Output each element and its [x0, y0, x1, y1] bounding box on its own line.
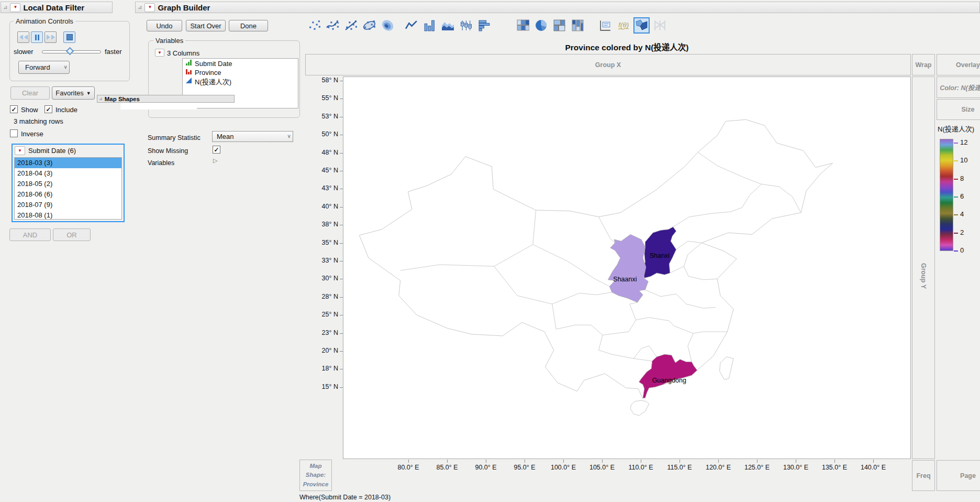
summary-statistic-dropdown[interactable]: Mean ˅: [212, 131, 293, 142]
y-tick-label: 35° N: [307, 239, 338, 246]
and-button[interactable]: AND: [9, 228, 51, 241]
filter-column-menu-icon[interactable]: ▼: [15, 146, 25, 155]
direction-dropdown[interactable]: Forward ˅: [18, 61, 70, 74]
x-tick-label: 140.0° E: [861, 464, 886, 471]
jmp-graph-builder-window: { "local_data_filter": { "title": "Local…: [0, 0, 980, 502]
y-tick-label: 23° N: [307, 329, 338, 336]
mosaic-element-icon[interactable]: [570, 17, 586, 34]
filter-value-item[interactable]: 2018-07 (9): [15, 200, 121, 210]
contour-element-icon[interactable]: [380, 17, 396, 34]
filter-values-list: 2018-03 (3)2018-04 (3)2018-05 (2)2018-06…: [14, 157, 122, 220]
group-y-dropzone[interactable]: Group Y: [912, 77, 935, 459]
step-forward-button[interactable]: [44, 31, 57, 43]
step-back-button[interactable]: [17, 31, 29, 43]
smoother-element-icon[interactable]: [325, 17, 341, 34]
area-element-icon[interactable]: [440, 17, 456, 34]
histogram-element-icon[interactable]: [476, 17, 493, 34]
treemap-element-icon[interactable]: [551, 17, 567, 34]
summary-statistic-value: Mean: [217, 133, 234, 140]
legend-gradient[interactable]: [940, 139, 953, 251]
red-triangle-menu-icon[interactable]: ▼: [10, 3, 20, 12]
favorites-button[interactable]: Favorites▼: [52, 86, 95, 100]
china-map[interactable]: ShanxiShaanxiGuangdong: [343, 77, 911, 459]
graph-builder-menu-icon[interactable]: ▼: [144, 3, 155, 12]
show-checkbox[interactable]: ✓: [10, 105, 18, 113]
nominal-modeling-icon: [185, 68, 192, 77]
y-tick-mark: [340, 387, 343, 388]
step-forward-icon: [47, 35, 50, 40]
x-tick-mark: [563, 460, 564, 463]
stop-button[interactable]: [63, 31, 75, 43]
collapse-icon-gb[interactable]: ⊿: [138, 5, 142, 10]
include-checkbox[interactable]: ✓: [44, 105, 52, 113]
y-tick-mark: [340, 297, 343, 298]
variable-column-item[interactable]: N(投递人次): [183, 77, 298, 85]
page-dropzone[interactable]: Page: [937, 460, 980, 491]
columns-menu-icon[interactable]: ▼: [155, 49, 164, 57]
filter-value-item[interactable]: 2018-06 (6): [15, 189, 121, 200]
done-button[interactable]: Done: [229, 20, 268, 31]
map-plot-area[interactable]: ShanxiShaanxiGuangdong: [343, 77, 911, 459]
panel-title: Local Data Filter: [23, 3, 84, 12]
map-shape-dropzone[interactable]: MapShape:Province: [299, 460, 332, 491]
y-tick-label: 28° N: [307, 293, 338, 300]
heatmap-element-icon[interactable]: [515, 17, 531, 34]
variable-column-item[interactable]: Province: [183, 68, 298, 77]
variables-group-label: Variables: [153, 37, 185, 45]
x-tick-label: 80.0° E: [397, 464, 419, 471]
legend-tick-label: 6: [960, 192, 964, 200]
filter-value-item[interactable]: 2018-03 (3): [15, 158, 121, 168]
y-tick-mark: [340, 135, 343, 135]
points-element-icon[interactable]: [306, 17, 322, 34]
x-tick-mark: [447, 460, 448, 463]
parallel-element-icon[interactable]: [652, 17, 668, 34]
undo-button[interactable]: Undo: [147, 20, 182, 31]
x-tick-mark: [641, 460, 641, 463]
formula-element-icon[interactable]: f(θ): [615, 17, 631, 34]
x-tick-mark: [680, 460, 680, 463]
pie-element-icon[interactable]: [533, 17, 549, 34]
x-tick-label: 95.0° E: [514, 464, 535, 471]
map-shapes-field[interactable]: [120, 103, 197, 110]
pause-button[interactable]: [31, 31, 43, 43]
filter-value-item[interactable]: 2018-04 (3): [15, 168, 121, 179]
color-dropzone[interactable]: Color: N(投递人次): [937, 77, 980, 98]
variables-disclosure-icon[interactable]: ▷: [213, 157, 217, 164]
stop-icon: [66, 34, 73, 40]
inverse-checkbox[interactable]: [10, 129, 18, 137]
step-forward-icon2: [51, 35, 55, 40]
pause-icon2: [38, 35, 39, 40]
direction-value: Forward: [25, 63, 50, 71]
show-missing-checkbox[interactable]: ✓: [213, 146, 220, 154]
wrap-dropzone[interactable]: Wrap: [912, 54, 935, 75]
freq-dropzone[interactable]: Freq: [912, 460, 935, 491]
x-tick-mark: [602, 460, 603, 463]
overlay-dropzone[interactable]: Overlay: [937, 54, 980, 75]
china-outline: [359, 119, 832, 399]
start-over-button[interactable]: Start Over: [186, 20, 226, 31]
caption-box-element-icon[interactable]: [597, 17, 613, 34]
y-tick-mark: [340, 117, 343, 117]
map-shapes-element-icon[interactable]: [633, 17, 650, 34]
group-x-dropzone[interactable]: Group X: [305, 54, 911, 75]
y-tick-label: 58° N: [307, 77, 338, 84]
map-shapes-collapse-icon[interactable]: ⊿: [99, 97, 103, 101]
line-element-icon[interactable]: [403, 17, 419, 34]
filter-value-item[interactable]: 2018-05 (2): [15, 179, 121, 189]
y-tick-label: 45° N: [307, 167, 338, 174]
line-of-fit-element-icon[interactable]: [343, 17, 359, 34]
variable-column-item[interactable]: Submit Date: [183, 59, 298, 68]
slower-label: slower: [14, 48, 34, 56]
y-tick-mark: [340, 189, 343, 189]
size-dropzone[interactable]: Size: [937, 99, 980, 120]
map-shapes-titlebar[interactable]: ⊿ Map Shapes: [97, 95, 235, 103]
y-tick-mark: [340, 351, 343, 352]
ellipse-element-icon[interactable]: [361, 17, 377, 34]
collapse-icon[interactable]: ⊿: [3, 5, 7, 10]
or-button[interactable]: OR: [53, 228, 91, 241]
bar-element-icon[interactable]: [421, 17, 438, 34]
clear-button[interactable]: Clear: [10, 86, 50, 100]
legend-tick-mark: [954, 197, 958, 198]
filter-value-item[interactable]: 2018-08 (1): [15, 210, 121, 220]
box-plot-element-icon[interactable]: [458, 17, 474, 34]
